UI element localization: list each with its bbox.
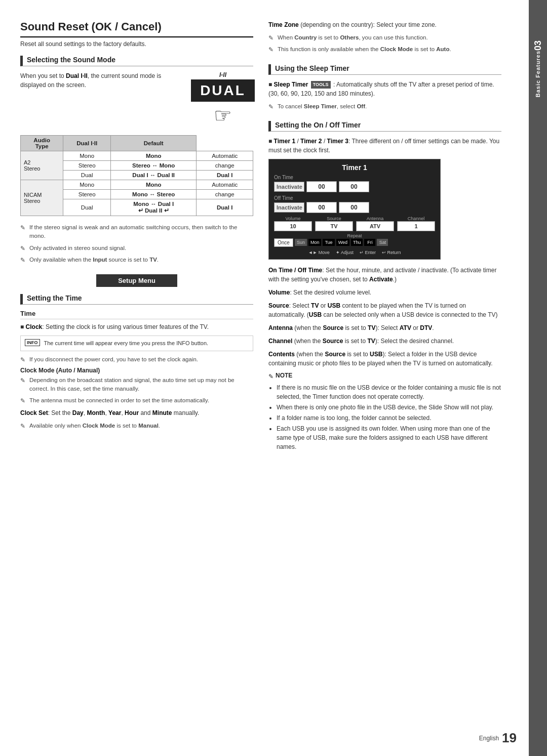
clock-set-desc: Clock Set: Set the Day, Month, Year, Hou… xyxy=(20,408,253,417)
dual-image-box: I-II DUAL ☞ xyxy=(192,71,253,127)
on-off-timer-heading: Setting the On / Off Timer xyxy=(268,121,501,132)
clock-desc: ■ Clock: Setting the clock is for using … xyxy=(20,322,253,331)
note-country-others: When Country is set to Others, you can u… xyxy=(268,33,501,42)
source-cell[interactable]: TV xyxy=(315,221,353,231)
dual-sub: Dual xyxy=(63,171,111,180)
on-off-time-desc: On Time / Off Time: Set the hour, minute… xyxy=(268,266,501,284)
sun-cell[interactable]: Sun xyxy=(295,239,307,246)
sleep-timer-heading: Using the Sleep Timer xyxy=(268,64,501,75)
nav-return: ↩ Return xyxy=(382,250,401,255)
source-label: Source xyxy=(315,216,353,221)
volume-label: Volume xyxy=(274,216,312,221)
on-time-label: On Time xyxy=(274,175,435,180)
note-stereo-only: Only activated in stereo sound signal. xyxy=(20,244,253,253)
time-zone-body: Time Zone (depending on the country): Se… xyxy=(268,20,501,29)
antenna-label: Antenna xyxy=(356,216,394,221)
source-desc: Source: Select TV or USB content to be p… xyxy=(268,301,501,319)
fri-cell[interactable]: Fri xyxy=(364,239,375,246)
off-minute-cell[interactable]: 00 xyxy=(339,202,369,213)
tools-icon: TOOLS xyxy=(311,81,331,89)
info-button-note: INFO The current time will appear every … xyxy=(20,335,253,351)
channel-desc: Channel (when the Source is set to TV): … xyxy=(268,337,501,346)
setting-time-heading: Setting the Time xyxy=(20,294,253,305)
volume-desc: Volume: Set the desired volume level. xyxy=(268,288,501,297)
nav-enter: ↵ Enter xyxy=(360,250,376,255)
nicam-stereo-sub: Stereo xyxy=(63,190,111,199)
note-pencil-icon: ✎ xyxy=(268,373,274,380)
side-tab: 03 Basic Features xyxy=(529,0,547,756)
sleep-timer-body: ■ Sleep Timer TOOLS : Automatically shut… xyxy=(268,80,501,98)
repeat-label: Repeat xyxy=(274,233,435,238)
repeat-row: Once Sun Mon Tue Wed Thu Fri Sat xyxy=(274,238,435,247)
antenna-cell[interactable]: ATV xyxy=(356,221,394,231)
col-dual: Dual I·II xyxy=(63,136,111,151)
note-power-cord: If you disconnect the power cord, you ha… xyxy=(20,355,253,364)
page-container: Sound Reset (OK / Cancel) Reset all soun… xyxy=(0,0,547,756)
time-subtitle: Time xyxy=(20,310,253,319)
nicam-dual-default: Dual I xyxy=(197,199,253,216)
selecting-sound-mode-section: Selecting the Sound Mode When you set to… xyxy=(20,56,253,264)
setting-time-section: Setting the Time Time ■ Clock: Setting t… xyxy=(20,294,253,430)
page-title: Sound Reset (OK / Cancel) xyxy=(20,20,253,37)
note-box: ✎ NOTE If there is no music file on the … xyxy=(268,372,501,451)
left-column: Sound Reset (OK / Cancel) Reset all soun… xyxy=(20,20,253,741)
source-group: Source TV xyxy=(315,216,353,231)
thu-cell[interactable]: Thu xyxy=(351,239,363,246)
off-time-label: Off Time xyxy=(274,195,435,201)
on-hour-cell[interactable]: 00 xyxy=(306,181,337,192)
timer-title: Timer 1 xyxy=(274,163,435,172)
stereo-dual: Stereo ↔ Mono xyxy=(111,161,197,171)
note-list: If there is no music file on the USB dev… xyxy=(268,383,501,451)
channel-cell[interactable]: 1 xyxy=(397,221,435,231)
dual-description: When you set to Dual I·II, the current s… xyxy=(20,71,177,90)
note-item-2: When there is only one photo file in the… xyxy=(277,403,501,412)
note-clock-auto: This function is only available when the… xyxy=(268,45,501,54)
page-number: 19 xyxy=(502,730,517,746)
antenna-group: Antenna ATV xyxy=(356,216,394,231)
repeat-area: Repeat Once Sun Mon Tue Wed Thu Fri Sat xyxy=(274,233,435,247)
nav-adjust: ✦ Adjust xyxy=(336,250,354,255)
note-stereo-weak: If the stereo signal is weak and an auto… xyxy=(20,223,253,241)
time-zone-section: Time Zone (depending on the country): Se… xyxy=(268,20,501,54)
off-time-group: Off Time Inactivate 00 00 xyxy=(274,195,435,213)
side-tab-label: Basic Features xyxy=(535,51,541,97)
tue-cell[interactable]: Tue xyxy=(323,239,334,246)
channel-label: Channel xyxy=(397,216,435,221)
mono-sub: Mono xyxy=(63,151,111,161)
on-inactivate-cell[interactable]: Inactivate xyxy=(274,182,304,192)
on-minute-cell[interactable]: 00 xyxy=(339,181,369,192)
note-title: NOTE xyxy=(276,372,292,379)
subtitle: Reset all sound settings to the factory … xyxy=(20,40,253,48)
info-note-text: The current time will appear every time … xyxy=(44,339,209,348)
table-row: A2Stereo Mono Mono Automatic xyxy=(21,151,253,161)
dual-default: Dual I xyxy=(197,171,253,180)
selecting-sound-mode-heading: Selecting the Sound Mode xyxy=(20,56,253,66)
setup-menu-button[interactable]: Setup Menu xyxy=(96,274,177,287)
mono-default: Automatic xyxy=(197,151,253,161)
main-content: Sound Reset (OK / Cancel) Reset all soun… xyxy=(0,0,529,756)
channel-group: Channel 1 xyxy=(397,216,435,231)
once-cell[interactable]: Once xyxy=(274,238,293,247)
antenna-desc: Antenna (when the Source is set to TV): … xyxy=(268,323,501,332)
time-subsection: Time ■ Clock: Setting the clock is for u… xyxy=(20,310,253,430)
off-hour-cell[interactable]: 00 xyxy=(306,202,337,213)
col-default: Default xyxy=(111,136,197,151)
nicam-stereo-dual: Mono ↔ Stereo xyxy=(111,190,197,199)
stereo-default: change xyxy=(197,161,253,171)
off-inactivate-cell[interactable]: Inactivate xyxy=(274,202,304,213)
note-broadcast: Depending on the broadcast station and s… xyxy=(20,376,253,394)
dual-dual: Dual I ↔ Dual II xyxy=(111,171,197,180)
note-antenna: The antenna must be connected in order t… xyxy=(20,396,253,405)
wed-cell[interactable]: Wed xyxy=(336,239,349,246)
nicam-stereo-default: change xyxy=(197,190,253,199)
timer-box: Timer 1 On Time Inactivate 00 00 Off Tim… xyxy=(268,159,441,260)
on-time-group: On Time Inactivate 00 00 xyxy=(274,175,435,192)
sat-cell[interactable]: Sat xyxy=(377,239,388,246)
contents-desc: Contents (when the Source is set to USB)… xyxy=(268,350,501,368)
note-item-3: If a folder name is too long, the folder… xyxy=(277,413,501,423)
side-tab-number: 03 xyxy=(533,40,543,51)
mon-cell[interactable]: Mon xyxy=(308,239,322,246)
volume-cell[interactable]: 10 xyxy=(274,221,312,231)
audio-table: AudioType Dual I·II Default A2Stereo Mon… xyxy=(20,135,253,216)
timer-nav-row: ◄► Move ✦ Adjust ↵ Enter ↩ Return xyxy=(274,250,435,255)
